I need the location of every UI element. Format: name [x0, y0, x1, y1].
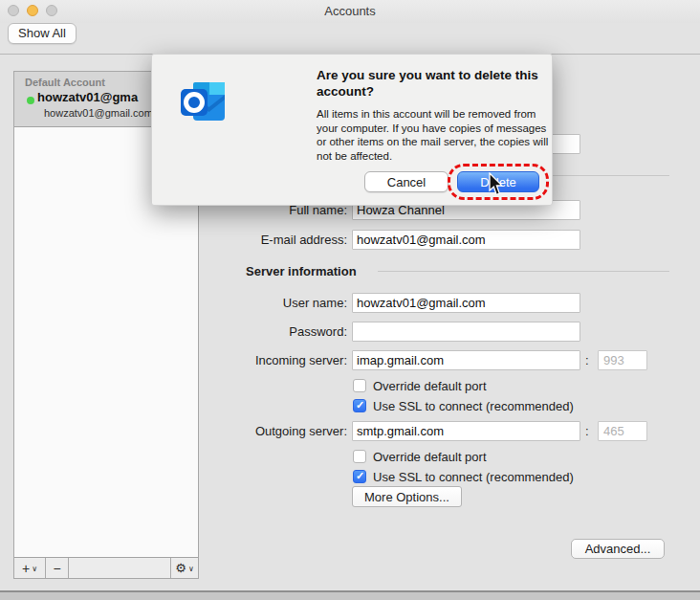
default-account-header: Default Account — [25, 77, 105, 88]
online-status-dot — [27, 97, 34, 104]
remove-account-button[interactable]: − — [46, 558, 69, 578]
outgoing-override-port-label: Override default port — [373, 450, 487, 464]
email-address-input[interactable] — [352, 230, 580, 250]
dialog-title: Are you sure you want to delete this acc… — [317, 67, 548, 100]
incoming-override-port-checkbox[interactable] — [353, 379, 366, 392]
incoming-use-ssl-label: Use SSL to connect (recommended) — [373, 399, 574, 413]
password-label: Password: — [200, 322, 347, 342]
account-email: howzatv01@gmail.com — [44, 107, 153, 119]
server-section-divider — [378, 271, 669, 272]
user-name-label: User name: — [200, 293, 347, 313]
incoming-server-input[interactable] — [352, 350, 580, 370]
outgoing-port-colon: : — [585, 421, 589, 441]
chevron-down-icon: ∨ — [188, 565, 194, 573]
user-name-input[interactable] — [352, 293, 580, 313]
dialog-body-text: All items in this account will be remove… — [317, 107, 554, 163]
incoming-use-ssl-checkbox[interactable] — [353, 399, 366, 412]
gear-icon: ⚙ — [175, 562, 186, 574]
add-account-button[interactable]: + ∨ — [14, 558, 46, 578]
email-address-label: E-mail address: — [200, 230, 347, 250]
outgoing-server-label: Outgoing server: — [200, 421, 347, 441]
more-options-button[interactable]: More Options... — [352, 486, 462, 507]
outgoing-server-input[interactable] — [352, 421, 580, 441]
incoming-override-port-label: Override default port — [373, 379, 487, 393]
cancel-button[interactable]: Cancel — [364, 171, 448, 192]
title-bar: Accounts — [0, 0, 700, 23]
outgoing-use-ssl-checkbox[interactable] — [353, 470, 366, 483]
sidebar-footer-bar: + ∨ − ⚙ ∨ — [14, 557, 198, 578]
screen: Accounts Show All Default Account howzat… — [0, 0, 700, 600]
outgoing-use-ssl-label: Use SSL to connect (recommended) — [373, 470, 574, 484]
server-information-header: Server information — [246, 264, 357, 278]
incoming-port-colon: : — [585, 350, 589, 370]
incoming-server-label: Incoming server: — [200, 350, 347, 370]
window-title: Accounts — [0, 4, 700, 18]
advanced-button[interactable]: Advanced... — [571, 539, 665, 559]
outlook-icon — [178, 79, 228, 129]
gear-menu-button[interactable]: ⚙ ∨ — [170, 558, 198, 578]
accounts-window: Accounts Show All Default Account howzat… — [0, 0, 700, 590]
chevron-down-icon: ∨ — [32, 565, 37, 573]
incoming-port-input[interactable] — [598, 350, 647, 370]
outgoing-override-port-checkbox[interactable] — [353, 450, 366, 463]
outgoing-port-input[interactable] — [598, 421, 647, 441]
show-all-button[interactable]: Show All — [8, 23, 77, 44]
minus-icon: − — [53, 561, 60, 576]
window-shadow — [0, 592, 700, 600]
password-input[interactable] — [352, 322, 580, 342]
delete-account-dialog: Are you sure you want to delete this acc… — [151, 54, 553, 206]
sidebar-footer-spacer — [69, 558, 170, 578]
plus-icon: + — [22, 561, 30, 576]
delete-button[interactable]: Delete — [457, 171, 539, 192]
